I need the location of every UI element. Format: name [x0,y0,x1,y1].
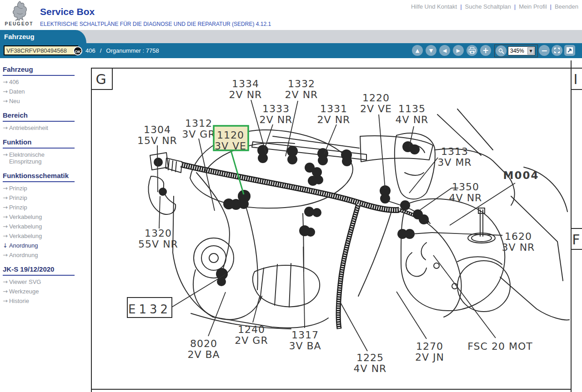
new-window-icon [566,47,573,54]
sidebar-item-406[interactable]: →406 [3,79,77,85]
open-new-window-button[interactable] [564,45,575,56]
arrow-right-icon: → [3,151,8,158]
sidebar-section-title: Funktion [3,138,75,149]
peugeot-logo: PEUGEOT [5,1,34,29]
sidebar-item-label: Verkabelung [9,213,42,220]
zoom-out-button[interactable]: − [539,45,550,56]
sidebar-item-prinzip[interactable]: →Prinzip [3,194,77,201]
connector-dot [342,156,352,166]
leader-line [412,233,432,234]
header-link-suche-schaltplan[interactable]: Suche Schaltplan [465,3,511,10]
sidebar-section-title: Bereich [3,111,75,122]
sidebar-item-label: Werkzeuge [9,288,39,295]
link-separator: | [547,3,555,10]
organ-number: Organummer : 7758 [106,47,159,54]
connector-dot [154,158,163,167]
zoom-in-button[interactable]: + [480,45,491,56]
component-label-1620: 16203V NR [502,231,535,253]
arrow-right-icon: → [3,213,8,220]
component-label-1317: 13173V BA [289,329,321,352]
sidebar-item-label: Viewer SVG [9,278,41,285]
sidebar-item-anordnung[interactable]: →Anordnung [3,252,77,258]
component-label-1331: 13312V NR [317,103,351,125]
sidebar-item-viewer-svg[interactable]: →Viewer SVG [3,278,77,285]
component-label-1135: 11354V NR [396,103,429,125]
connector-dot [318,155,328,165]
sidebar-item-anordnung[interactable]: ↓Anordnung [3,242,77,249]
connector-dot [419,214,429,224]
component-label-1334: 13342V NR [229,78,262,100]
header-link-beenden[interactable]: Beenden [555,3,578,10]
sidebar-item-prinzip[interactable]: →Prinzip [3,185,77,192]
sidebar-item-elektronische-einspritzung[interactable]: →Elektronische Einspritzung [3,151,77,165]
arrow-right-icon: → [3,278,8,285]
ok-button[interactable]: OK [73,46,82,55]
connector-dot [159,188,167,196]
dropdown-arrow-icon: ▼ [527,47,534,55]
component-label-1313: 13133V MR [437,146,472,168]
sidebar-section: Bereich→Antriebseinheit [3,111,77,131]
sidebar: Fahrzeug→406→Daten→NeuBereich→Antriebsei… [3,65,77,311]
component-label-1304: 130415V NR [137,124,177,146]
component-label-1240: 12402V GR [235,324,268,346]
leader-line [340,301,367,351]
arrow-right-icon: → [3,98,8,104]
connector-dot [287,154,297,164]
leader-line [379,114,385,189]
arrow-right-icon: → [3,252,8,258]
leader-line [264,124,273,150]
sheet-marker-f: F [572,232,580,248]
peugeot-lion-icon [9,1,30,21]
component-label-8020: 80202V BA [187,338,220,360]
pan-left-button[interactable]: ◀ [439,45,450,56]
component-label-1333: 13332V NR [260,103,293,125]
connector-dot [314,175,323,184]
sidebar-item-label: Historie [9,298,29,304]
component-label-m004: M004 [503,169,539,181]
sidebar-section-title: Funktionsschematik [3,172,75,182]
tab-row: Fahrzeug [0,30,582,43]
header-link-hilfe-und-kontakt[interactable]: Hilfe Und Kontakt [411,3,457,10]
sidebar-item-prinzip[interactable]: →Prinzip [3,204,77,211]
sidebar-item-werkzeuge[interactable]: →Werkzeuge [3,288,77,295]
sidebar-item-antriebseinheit[interactable]: →Antriebseinheit [3,124,77,131]
arrow-down-icon: ▼ [429,48,433,53]
zoom-tool-button[interactable] [496,45,507,56]
sidebar-item-neu[interactable]: →Neu [3,98,77,104]
sidebar-item-verkabelung[interactable]: →Verkabelung [3,223,77,230]
arrow-right-icon: → [3,204,8,211]
minus-icon: − [541,47,547,55]
pan-down-button[interactable]: ▼ [426,45,436,56]
pan-up-button[interactable]: ▲ [412,45,423,56]
arrow-right-icon: → [3,233,8,239]
header-link-mein-profil[interactable]: Mein Profil [519,3,547,10]
sidebar-section-title: Fahrzeug [3,65,75,76]
sheet-marker-g: G [95,71,106,87]
tab-fahrzeug[interactable]: Fahrzeug [0,30,86,43]
connector-dot [312,167,322,177]
sheet-marker-i: I [574,71,578,87]
sidebar-section: Fahrzeug→406→Daten→Neu [3,65,77,104]
arrow-left-icon: ◀ [443,48,447,53]
arrow-right-icon: → [3,194,8,201]
sidebar-item-historie[interactable]: →Historie [3,298,77,304]
component-label-1320: 132055V NR [138,228,178,250]
plus-icon: + [482,47,489,55]
sidebar-item-label: Anordnung [9,242,38,249]
zoom-control-group: 345% ▼ [494,45,538,57]
header-links: Hilfe Und Kontakt|Suche Schaltplan|Mein … [411,3,578,10]
sidebar-item-label: Daten [9,88,25,95]
leader-line [324,124,336,154]
fit-screen-button[interactable] [552,45,562,56]
print-button[interactable] [467,45,477,56]
sidebar-item-verkabelung[interactable]: →Verkabelung [3,233,77,239]
pan-right-button[interactable]: ▶ [453,45,464,56]
wiring-diagram-canvas: 13342V NR13322V NR13332V NR13312V NR1220… [91,60,582,392]
highlighted-component-label: 11203V VE [215,129,246,152]
vin-input[interactable] [4,45,78,55]
sidebar-item-verkabelung[interactable]: →Verkabelung [3,213,77,220]
sidebar-item-daten[interactable]: →Daten [3,88,77,95]
zoom-level-select[interactable]: 345% ▼ [508,46,535,55]
leader-line [208,292,226,336]
vehicle-info: 406/Organummer : 7758 [85,47,159,54]
